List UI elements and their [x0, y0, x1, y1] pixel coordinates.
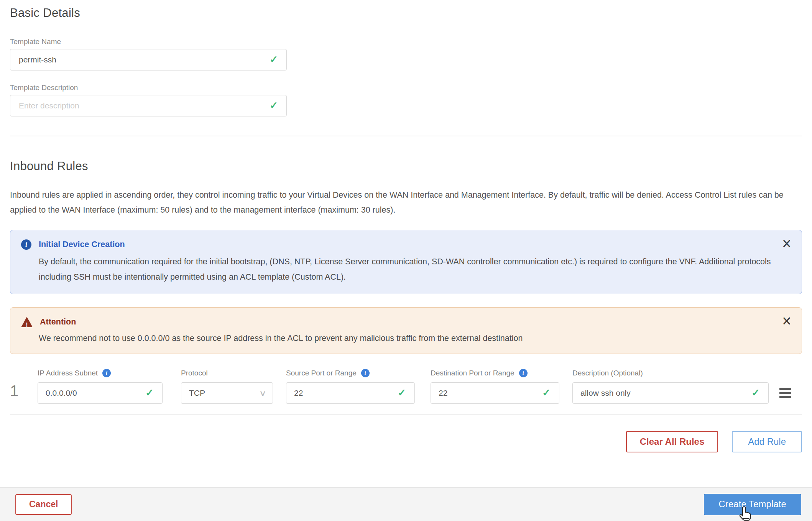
inbound-rules-description: Inbound rules are applied in ascending o…	[10, 188, 802, 218]
ip-subnet-column: IP Address Subnet i ✓	[38, 369, 163, 404]
ip-subnet-label: IP Address Subnet	[38, 369, 98, 378]
rule-index: 1	[10, 369, 38, 404]
info-banner-header: i Initial Device Creation	[21, 239, 775, 250]
valid-check-icon: ✓	[751, 388, 760, 398]
chevron-down-icon: ∨	[259, 389, 267, 397]
rule-description-label: Description (Optional)	[572, 369, 643, 378]
section-divider	[10, 136, 802, 136]
source-port-column: Source Port or Range i ✓	[286, 369, 415, 404]
info-icon: i	[21, 239, 31, 250]
template-description-field: ✓	[10, 95, 287, 116]
form-footer: Cancel Create Template	[0, 487, 812, 521]
source-port-field: ✓	[286, 382, 415, 404]
close-icon[interactable]: ✕	[782, 238, 792, 250]
protocol-value: TCP	[189, 388, 205, 398]
attention-banner: ! Attention We recommend not to use 0.0.…	[10, 307, 802, 354]
protocol-select[interactable]: TCP ∨	[181, 382, 273, 404]
rules-actions: Clear All Rules Add Rule	[10, 431, 802, 452]
valid-check-icon: ✓	[270, 54, 278, 64]
template-description-input[interactable]	[10, 95, 286, 116]
rule-row: 1 IP Address Subnet i ✓ Protocol TCP ∨ S…	[10, 369, 802, 404]
attention-banner-body: We recommend not to use 0.0.0.0/0 as the…	[39, 332, 775, 344]
rule-description-input[interactable]	[573, 383, 768, 403]
template-name-field: ✓	[10, 49, 287, 70]
destination-port-input[interactable]	[431, 383, 559, 403]
info-icon-glyph: i	[523, 369, 524, 378]
rule-description-field: ✓	[572, 382, 769, 404]
cancel-button[interactable]: Cancel	[15, 494, 72, 515]
add-rule-button[interactable]: Add Rule	[732, 431, 802, 452]
info-banner-title: Initial Device Creation	[39, 239, 125, 250]
info-icon-glyph: i	[25, 239, 27, 250]
close-icon[interactable]: ✕	[782, 315, 792, 328]
info-icon[interactable]: i	[102, 369, 111, 377]
destination-port-field: ✓	[431, 382, 559, 404]
info-banner: i Initial Device Creation By default, th…	[10, 230, 802, 294]
clear-all-rules-button[interactable]: Clear All Rules	[626, 431, 718, 452]
ip-subnet-field: ✓	[38, 382, 163, 404]
valid-check-icon: ✓	[542, 388, 551, 398]
info-icon-glyph: i	[365, 369, 366, 378]
basic-details-title: Basic Details	[10, 6, 802, 20]
warning-icon-glyph: !	[25, 319, 28, 331]
inbound-rules-title: Inbound Rules	[10, 159, 802, 173]
destination-port-label: Destination Port or Range	[431, 369, 514, 378]
protocol-label: Protocol	[181, 369, 208, 378]
create-template-button[interactable]: Create Template	[704, 494, 802, 515]
attention-banner-header: ! Attention	[21, 316, 775, 328]
source-port-input[interactable]	[286, 383, 414, 403]
protocol-column: Protocol TCP ∨	[181, 369, 273, 404]
warning-icon: !	[21, 317, 33, 327]
valid-check-icon: ✓	[270, 100, 278, 110]
info-icon[interactable]: i	[519, 369, 528, 377]
template-name-label: Template Name	[10, 38, 802, 46]
destination-port-column: Destination Port or Range i ✓	[431, 369, 559, 404]
template-description-label: Template Description	[10, 84, 802, 92]
rule-list-divider	[10, 415, 802, 415]
attention-banner-title: Attention	[40, 316, 76, 328]
info-icon-glyph: i	[106, 369, 107, 378]
ip-subnet-input[interactable]	[38, 383, 162, 403]
acl-template-form: Basic Details Template Name ✓ Template D…	[0, 6, 812, 452]
info-banner-body: By default, the communication required f…	[39, 254, 775, 285]
info-icon[interactable]: i	[361, 369, 370, 377]
template-name-input[interactable]	[10, 49, 286, 70]
source-port-label: Source Port or Range	[286, 369, 357, 378]
valid-check-icon: ✓	[145, 388, 154, 398]
rule-description-column: Description (Optional) ✓	[572, 369, 769, 404]
drag-handle-icon[interactable]	[779, 388, 791, 404]
valid-check-icon: ✓	[398, 388, 406, 398]
